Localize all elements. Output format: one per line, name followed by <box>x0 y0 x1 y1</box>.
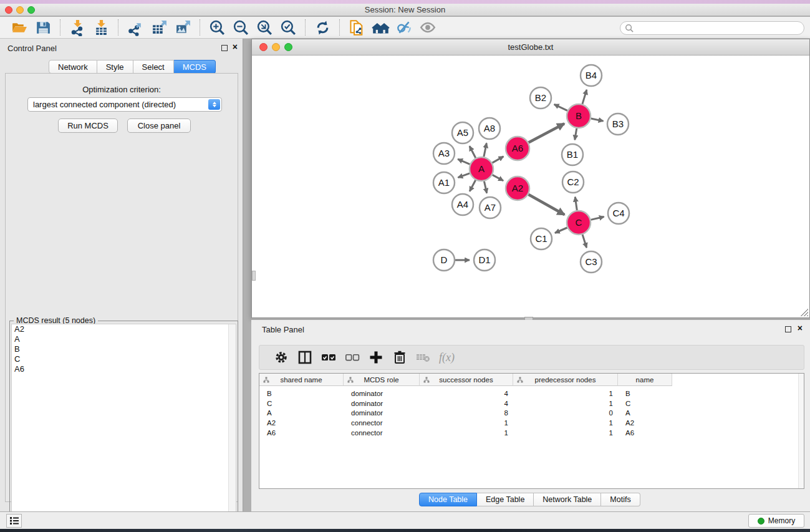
edge-A-A6[interactable] <box>492 157 503 163</box>
result-list-item[interactable]: C <box>12 354 236 364</box>
left-splitter-collapse-handle[interactable] <box>252 271 256 281</box>
tab-node-table[interactable]: Node Table <box>419 493 477 506</box>
edge-C-C3[interactable] <box>582 235 587 248</box>
network-window-titlebar[interactable]: testGlobe.txt <box>252 39 809 56</box>
column-header-MCDS-role[interactable]: MCDS role <box>344 374 420 386</box>
result-list-item[interactable]: A6 <box>12 364 236 374</box>
edge-B-B2[interactable] <box>554 104 567 110</box>
window-resize-grip[interactable] <box>799 307 808 316</box>
close-panel-button[interactable]: Close panel <box>127 118 191 133</box>
result-scrollbar[interactable] <box>228 324 236 531</box>
duplicate-network-icon[interactable] <box>345 18 369 37</box>
add-column-icon[interactable] <box>364 348 388 367</box>
search-field[interactable] <box>620 21 804 35</box>
zoom-out-icon[interactable] <box>229 18 253 37</box>
save-session-icon[interactable] <box>31 18 55 37</box>
column-header-successor-nodes[interactable]: successor nodes <box>420 374 513 386</box>
open-file-icon[interactable] <box>7 18 31 37</box>
tab-mcds[interactable]: MCDS <box>174 60 216 74</box>
gear-icon[interactable] <box>269 348 293 367</box>
mcds-result-list[interactable]: A2ABCA6 <box>11 324 236 532</box>
memory-button[interactable]: Memory <box>748 514 804 528</box>
run-mcds-button[interactable]: Run MCDS <box>58 118 118 133</box>
edge-B-B1[interactable] <box>575 128 577 140</box>
export-network-icon[interactable] <box>123 18 147 37</box>
edge-A-A2[interactable] <box>493 175 504 180</box>
search-input[interactable] <box>634 22 804 34</box>
node-B1[interactable]: B1 <box>562 144 583 165</box>
delete-column-icon[interactable] <box>388 348 412 367</box>
edge-A-A8[interactable] <box>484 143 486 157</box>
export-table-icon[interactable] <box>147 18 171 37</box>
node-B2[interactable]: B2 <box>530 87 551 109</box>
node-A3[interactable]: A3 <box>433 143 455 164</box>
table-row[interactable]: A6connector11A6 <box>259 428 804 438</box>
task-history-button[interactable] <box>6 514 22 528</box>
result-list-item[interactable]: A2 <box>12 324 236 334</box>
tab-style[interactable]: Style <box>97 60 133 74</box>
result-list-item[interactable]: A <box>12 334 236 344</box>
tab-motifs[interactable]: Motifs <box>601 493 640 506</box>
column-header-name[interactable]: name <box>618 374 672 386</box>
table-row[interactable]: Bdominator41B <box>259 389 804 399</box>
tab-edge-table[interactable]: Edge Table <box>477 493 534 506</box>
node-D1[interactable]: D1 <box>474 249 495 271</box>
close-table-panel-icon[interactable]: × <box>798 324 803 332</box>
criterion-dropdown[interactable]: largest connected component (directed) <box>27 97 222 112</box>
edge-B-B3[interactable] <box>591 118 604 121</box>
table-row[interactable]: Cdominator41C <box>259 399 804 409</box>
edge-C-C1[interactable] <box>555 228 567 233</box>
refresh-icon[interactable] <box>311 18 334 37</box>
edge-C-C2[interactable] <box>575 197 577 210</box>
zoom-fit-icon[interactable] <box>253 18 276 37</box>
edge-A-A5[interactable] <box>470 146 476 158</box>
node-A2[interactable]: A2 <box>506 177 529 200</box>
column-header-predecessor-nodes[interactable]: predecessor nodes <box>513 374 618 386</box>
node-C2[interactable]: C2 <box>562 172 584 193</box>
first-neighbors-icon[interactable] <box>369 18 392 37</box>
edge-A-A7[interactable] <box>484 181 486 193</box>
close-panel-icon[interactable]: × <box>233 42 238 51</box>
network-canvas-area[interactable]: AA1A3A5A8A4A7A6A2BB2B4B3B1CC2C4C1C3DD1 <box>252 56 809 317</box>
import-table-icon[interactable] <box>89 18 113 37</box>
node-B[interactable]: B <box>567 104 591 128</box>
select-all-checkboxes-icon[interactable] <box>317 348 340 367</box>
main-titlebar[interactable]: Session: New Session <box>0 4 810 16</box>
edge-A-A4[interactable] <box>470 180 476 191</box>
node-A6[interactable]: A6 <box>506 137 529 160</box>
edge-A2-C[interactable] <box>528 195 564 215</box>
node-A8[interactable]: A8 <box>479 118 500 139</box>
float-panel-icon[interactable] <box>221 45 228 51</box>
node-A5[interactable]: A5 <box>452 122 473 143</box>
column-view-icon[interactable] <box>293 348 317 367</box>
column-header-shared-name[interactable]: shared name <box>259 374 344 386</box>
node-C4[interactable]: C4 <box>608 203 629 224</box>
node-C3[interactable]: C3 <box>581 251 602 273</box>
node-A4[interactable]: A4 <box>452 194 473 215</box>
node-B3[interactable]: B3 <box>607 114 629 135</box>
edge-B-B4[interactable] <box>582 90 587 104</box>
result-list-item[interactable]: B <box>12 344 236 354</box>
table-row[interactable]: Adominator80A <box>259 408 804 418</box>
node-A7[interactable]: A7 <box>480 197 501 218</box>
table-row[interactable]: A2connector11A2 <box>259 418 804 428</box>
node-B4[interactable]: B4 <box>581 65 602 86</box>
edge-A-A1[interactable] <box>458 173 470 178</box>
float-table-panel-icon[interactable] <box>785 326 791 332</box>
zoom-selected-icon[interactable] <box>276 18 300 37</box>
edge-A-A3[interactable] <box>458 159 470 164</box>
node-C1[interactable]: C1 <box>531 228 552 249</box>
node-A1[interactable]: A1 <box>433 172 455 193</box>
import-network-icon[interactable] <box>65 18 89 37</box>
deselect-checkboxes-icon[interactable] <box>340 348 364 367</box>
node-D[interactable]: D <box>433 249 455 271</box>
tab-select[interactable]: Select <box>133 60 174 74</box>
table-scrollbar[interactable] <box>798 374 804 488</box>
node-C[interactable]: C <box>567 211 591 235</box>
tab-network-table[interactable]: Network Table <box>534 493 601 506</box>
show-eye-icon[interactable] <box>416 18 440 37</box>
function-builder-icon[interactable]: f(x) <box>439 351 455 364</box>
delete-table-icon[interactable] <box>412 348 435 367</box>
node-table[interactable]: shared nameMCDS rolesuccessor nodesprede… <box>259 373 804 489</box>
node-A[interactable]: A <box>470 157 493 181</box>
